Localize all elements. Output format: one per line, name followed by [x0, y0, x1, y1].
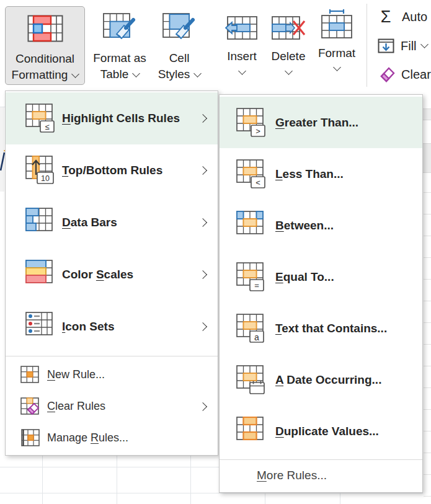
highlight-cells-rules-icon: ≤ — [25, 104, 56, 133]
menu-item-label: Icon Sets — [62, 320, 114, 334]
conditional-formatting-label-line2: Formatting — [12, 68, 68, 81]
cell-styles-label-line1: Cell — [169, 51, 190, 64]
chevron-down-icon — [420, 40, 429, 48]
delete-label: Delete — [272, 50, 306, 63]
menu-item-top-bottom-rules[interactable]: 10 Top/Bottom Rules — [6, 144, 218, 197]
submenu-item-more-rules[interactable]: More Rules... — [220, 460, 422, 491]
submenu-item-text-that-contains[interactable]: a Text that Contains... — [220, 303, 422, 354]
delete-button[interactable]: Delete — [267, 6, 310, 74]
format-as-table-label-line1: Format as — [93, 51, 146, 64]
cell-styles-label-line2: Styles — [158, 68, 190, 81]
submenu-item-label: Less Than... — [275, 167, 344, 181]
data-bars-icon — [25, 208, 56, 237]
new-rule-icon — [20, 366, 40, 384]
delete-icon — [271, 15, 306, 40]
menu-item-manage-rules[interactable]: Manage Rules... — [6, 422, 218, 454]
clipped-cell-text-glyph — [0, 150, 5, 171]
submenu-item-label: Equal To... — [275, 270, 334, 284]
greater-than-icon: > — [236, 108, 267, 138]
submenu-item-label: A Date Occurring... — [275, 373, 381, 387]
cell-styles-icon — [162, 12, 196, 43]
ribbon-group-divider — [367, 4, 367, 87]
duplicate-values-icon — [236, 417, 267, 446]
submenu-arrow-icon — [200, 324, 206, 330]
menu-separator — [6, 356, 218, 356]
equal-to-icon: = — [236, 262, 267, 292]
submenu-item-duplicate-values[interactable]: Duplicate Values... — [220, 405, 422, 457]
autosum-label: Auto — [402, 10, 427, 24]
svg-text:>: > — [255, 126, 260, 136]
conditional-formatting-label-line1: Conditional — [16, 52, 74, 65]
menu-item-label: New Rule... — [47, 368, 105, 381]
submenu-item-less-than[interactable]: < Less Than... — [220, 148, 422, 200]
submenu-item-label: Duplicate Values... — [275, 425, 379, 438]
insert-label: Insert — [227, 50, 257, 63]
chevron-down-icon — [333, 63, 341, 71]
format-as-table-button[interactable]: Format as Table — [89, 6, 151, 82]
conditional-formatting-button[interactable]: Conditional Formatting — [5, 6, 85, 85]
fill-button[interactable]: Fill — [376, 38, 427, 54]
svg-text:<: < — [255, 178, 260, 187]
submenu-item-equal-to[interactable]: = Equal To... — [220, 251, 422, 303]
fill-down-icon — [378, 38, 394, 54]
format-button[interactable]: Format — [315, 6, 358, 70]
menu-item-label: Clear Rules — [47, 400, 105, 413]
submenu-item-between[interactable]: Between... — [220, 200, 422, 251]
menu-item-clear-rules[interactable]: Clear Rules — [6, 391, 218, 422]
submenu-item-label: More Rules... — [257, 469, 327, 482]
menu-item-data-bars[interactable]: Data Bars — [6, 197, 218, 249]
submenu-item-label: Text that Contains... — [275, 322, 387, 335]
insert-icon — [225, 15, 259, 40]
cell-styles-button[interactable]: Cell Styles — [153, 6, 205, 82]
submenu-arrow-icon — [200, 167, 206, 174]
submenu-arrow-icon — [200, 404, 206, 410]
submenu-item-greater-than[interactable]: > Greater Than... — [220, 97, 422, 148]
less-than-icon: < — [236, 159, 267, 189]
worksheet-cell-shade — [0, 107, 4, 192]
conditional-formatting-icon — [27, 15, 63, 42]
menu-item-label: Highlight Cells Rules — [62, 112, 180, 125]
menu-item-icon-sets[interactable]: Icon Sets — [6, 301, 218, 353]
clear-button[interactable]: Clear — [376, 66, 431, 84]
icon-sets-icon — [25, 312, 56, 342]
menu-item-color-scales[interactable]: Color Scales — [6, 249, 218, 301]
submenu-arrow-icon — [200, 272, 206, 278]
ribbon: Conditional Formatting Format as Table — [0, 0, 431, 91]
menu-item-label: Color Scales — [62, 268, 133, 281]
chevron-down-icon — [285, 67, 293, 75]
clear-rules-icon — [20, 397, 42, 416]
eraser-icon — [376, 66, 395, 84]
chevron-down-icon — [194, 69, 202, 77]
manage-rules-icon — [20, 429, 40, 448]
svg-text:=: = — [254, 281, 259, 290]
format-as-table-label-line2: Table — [100, 68, 128, 81]
submenu-item-a-date-occurring[interactable]: A Date Occurring... — [220, 354, 422, 405]
submenu-arrow-icon — [200, 219, 206, 226]
format-label: Format — [318, 46, 355, 60]
format-as-table-icon — [103, 12, 136, 43]
menu-item-highlight-cells-rules[interactable]: ≤ Highlight Cells Rules — [6, 92, 218, 144]
submenu-item-label: Between... — [275, 219, 334, 232]
menu-item-new-rule[interactable]: New Rule... — [6, 359, 218, 391]
autosum-button[interactable]: Σ Auto — [376, 7, 427, 27]
color-scales-icon — [25, 260, 56, 290]
sigma-icon: Σ — [376, 7, 396, 27]
chevron-down-icon — [72, 70, 80, 78]
submenu-arrow-icon — [200, 115, 206, 122]
submenu-item-label: Greater Than... — [275, 116, 358, 130]
chevron-down-icon — [238, 67, 246, 75]
text-that-contains-icon: a — [236, 314, 267, 343]
a-date-occurring-icon — [236, 365, 267, 395]
conditional-formatting-menu: ≤ Highlight Cells Rules 10 — [5, 91, 218, 456]
menu-item-label: Top/Bottom Rules — [62, 164, 162, 177]
excel-window: Conditional Formatting Format as Table — [0, 0, 431, 504]
fill-label: Fill — [401, 39, 417, 53]
menu-item-label: Manage Rules... — [47, 431, 128, 444]
chevron-down-icon — [132, 69, 140, 77]
top-bottom-rules-icon: 10 — [25, 156, 56, 185]
highlight-cells-rules-submenu: > Greater Than... < Less Than.. — [219, 94, 423, 493]
between-icon — [236, 211, 267, 241]
svg-text:a: a — [254, 332, 259, 342]
insert-button[interactable]: Insert — [222, 6, 262, 74]
svg-text:≤: ≤ — [45, 122, 49, 131]
